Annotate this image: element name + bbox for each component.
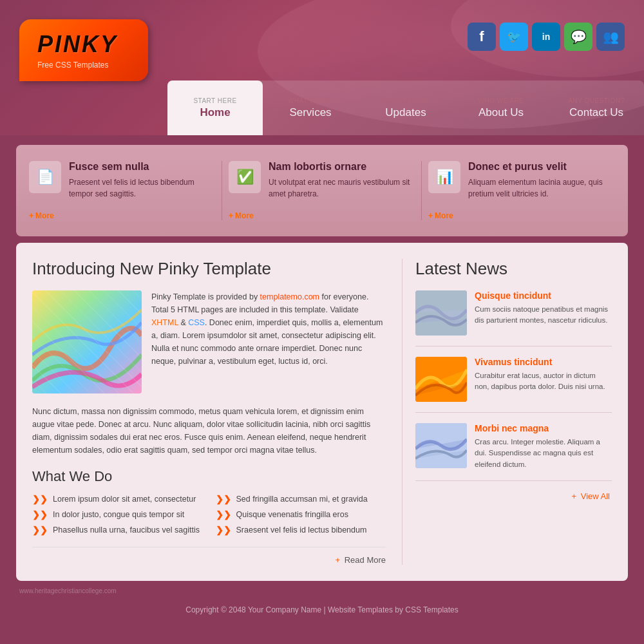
wwd-bullet-2: ❯❯ xyxy=(32,509,48,520)
wwd-item-6: ❯❯ Sraesent vel felis id lectus bibendum xyxy=(216,525,386,535)
view-all-bar[interactable]: + View All xyxy=(415,491,612,501)
header: PINKY Free CSS Templates f 🐦 in 💬 👥 STAR… xyxy=(0,0,644,135)
what-we-do-list: ❯❯ Lorem ipsum dolor sit amet, consectet… xyxy=(32,494,386,535)
footer: Copyright © 2048 Your Company Name | Web… xyxy=(0,598,644,622)
logo-box: PINKY Free CSS Templates xyxy=(19,19,148,81)
feature-3-header: 📊 Donec et purus velit Aliquam elementum… xyxy=(428,161,615,200)
wwd-text-3: Phasellus nulla urna, faucibus vel sagit… xyxy=(53,526,200,535)
news-2-title[interactable]: Vivamus tincidunt xyxy=(475,357,612,367)
main-content: Introducing New Pinky Template xyxy=(16,243,628,581)
news-thumb-3 xyxy=(415,423,467,468)
nav-super-home: START HERE xyxy=(193,97,236,104)
news-2-desc: Curabitur erat lacus, auctor in dictum n… xyxy=(475,370,612,393)
feature-item-3: 📊 Donec et purus velit Aliquam elementum… xyxy=(428,161,615,220)
news-1-title[interactable]: Quisque tincidunt xyxy=(475,290,612,301)
wwd-text-4: Sed fringilla accumsan mi, et gravida xyxy=(236,495,368,504)
feature-2-header: ✅ Nam lobortis ornare Ut volutpat erat n… xyxy=(229,161,415,200)
twitter-icon[interactable]: 🐦 xyxy=(500,23,528,51)
right-column: Latest News Quisque tincidunt Cum sociis… xyxy=(402,259,612,565)
nav-label-updates: Updates xyxy=(385,106,426,119)
wwd-item-1: ❯❯ Lorem ipsum dolor sit amet, consectet… xyxy=(32,494,203,504)
read-more-bar[interactable]: + Read More xyxy=(32,547,386,565)
wwd-bullet-1: ❯❯ xyxy=(32,494,48,504)
wwd-item-2: ❯❯ In dolor justo, congue quis tempor si… xyxy=(32,509,203,520)
nav-super-about: WHO WE ARE xyxy=(478,97,524,104)
nav-item-updates[interactable]: LATEST NEWS Updates xyxy=(358,80,453,135)
news-3-title[interactable]: Morbi nec magna xyxy=(475,423,612,433)
intro-image xyxy=(32,290,142,393)
social-bar: f 🐦 in 💬 👥 xyxy=(468,23,625,51)
feature-item-1: 📄 Fusce sem nulla Praesent vel felis id … xyxy=(29,161,216,220)
navigation: START HERE Home WHAT WE DO Services LATE… xyxy=(167,80,644,135)
feature-2-title: Nam lobortis ornare xyxy=(269,161,415,173)
news-3-info: Morbi nec magna Cras arcu. Integer moles… xyxy=(475,423,612,470)
news-1-info: Quisque tincidunt Cum sociis natoque pen… xyxy=(475,290,612,336)
xhtml-link[interactable]: XHTML xyxy=(151,318,178,327)
people-icon[interactable]: 👥 xyxy=(596,23,625,51)
news-section-title: Latest News xyxy=(415,259,612,279)
view-all-plus: + xyxy=(571,491,576,501)
css-link[interactable]: CSS xyxy=(188,318,205,327)
news-2-info: Vivamus tincidunt Curabitur erat lacus, … xyxy=(475,357,612,402)
wwd-text-5: Quisque venenatis fringilla eros xyxy=(236,510,348,519)
feature-1-title: Fusce sem nulla xyxy=(69,161,216,173)
svg-rect-2 xyxy=(32,290,142,393)
wwd-item-3: ❯❯ Phasellus nulla urna, faucibus vel sa… xyxy=(32,525,203,535)
nav-super-contact: ANY QUESTION? xyxy=(568,97,624,104)
templatemo-link[interactable]: templatemo.com xyxy=(260,292,319,301)
news-1-desc: Cum sociis natoque penatibus et magnis d… xyxy=(475,304,612,327)
nav-label-home: Home xyxy=(200,106,230,119)
message-icon[interactable]: 💬 xyxy=(564,23,592,51)
intro-section-title: Introducing New Pinky Template xyxy=(32,259,386,279)
news-item-3: Morbi nec magna Cras arcu. Integer moles… xyxy=(415,423,612,481)
wwd-bullet-6: ❯❯ xyxy=(216,525,231,535)
feature-2-desc: Ut volutpat erat nec mauris vestibulum s… xyxy=(269,176,415,200)
feature-3-title: Donec et purus velit xyxy=(468,161,615,173)
feature-3-more[interactable]: +More xyxy=(428,211,455,220)
feature-1-desc: Praesent vel felis id lectus bibendum te… xyxy=(69,176,216,200)
features-bar: 📄 Fusce sem nulla Praesent vel felis id … xyxy=(16,145,628,236)
facebook-icon[interactable]: f xyxy=(468,23,496,51)
wwd-bullet-5: ❯❯ xyxy=(216,509,231,520)
footer-copyright: Copyright © 2048 Your Company Name | Web… xyxy=(185,605,459,614)
brand-tagline: Free CSS Templates xyxy=(37,61,130,70)
news-thumb-2 xyxy=(415,357,467,402)
what-we-do-title: What We Do xyxy=(32,468,386,485)
wwd-text-2: In dolor justo, congue quis tempor sit xyxy=(53,510,184,519)
news-item-2: Vivamus tincidunt Curabitur erat lacus, … xyxy=(415,357,612,413)
watermark: www.heritagechristiancollege.com xyxy=(0,587,644,594)
wwd-text-1: Lorem ipsum dolor sit amet, consectetur xyxy=(53,495,196,504)
feature-3-icon: 📊 xyxy=(428,161,460,193)
intro-content: Pinky Template is provided by templatemo… xyxy=(32,290,386,393)
feature-1-icon: 📄 xyxy=(29,161,61,193)
nav-super-updates: LATEST NEWS xyxy=(381,97,430,104)
nav-item-home[interactable]: START HERE Home xyxy=(167,80,263,135)
view-all-label: View All xyxy=(581,491,610,501)
nav-super-services: WHAT WE DO xyxy=(288,97,333,104)
nav-label-services: Services xyxy=(289,106,331,119)
brand-name: PINKY xyxy=(37,31,130,58)
news-3-desc: Cras arcu. Integer molestie. Aliquam a d… xyxy=(475,437,612,470)
feature-1-more[interactable]: +More xyxy=(29,211,56,220)
wwd-item-4: ❯❯ Sed fringilla accumsan mi, et gravida xyxy=(216,494,386,504)
nav-item-services[interactable]: WHAT WE DO Services xyxy=(263,80,358,135)
left-column: Introducing New Pinky Template xyxy=(32,259,386,565)
intro-text-block: Pinky Template is provided by templatemo… xyxy=(151,290,386,393)
feature-3-desc: Aliquam elementum lacinia augue, quis pr… xyxy=(468,176,615,200)
feature-item-2: ✅ Nam lobortis ornare Ut volutpat erat n… xyxy=(229,161,415,220)
feature-1-header: 📄 Fusce sem nulla Praesent vel felis id … xyxy=(29,161,216,200)
nav-item-about[interactable]: WHO WE ARE About Us xyxy=(453,80,549,135)
linkedin-icon[interactable]: in xyxy=(532,23,560,51)
intro-full-text: Nunc dictum, massa non dignissim commodo… xyxy=(32,405,386,457)
wwd-text-6: Sraesent vel felis id lectus bibendum xyxy=(236,526,367,535)
nav-item-contact[interactable]: ANY QUESTION? Contact Us xyxy=(549,80,644,135)
wwd-bullet-3: ❯❯ xyxy=(32,525,48,535)
feature-2-more[interactable]: +More xyxy=(229,211,256,220)
wwd-item-5: ❯❯ Quisque venenatis fringilla eros xyxy=(216,509,386,520)
wwd-bullet-4: ❯❯ xyxy=(216,494,231,504)
nav-label-about: About Us xyxy=(478,106,524,119)
nav-label-contact: Contact Us xyxy=(569,106,623,119)
feature-2-icon: ✅ xyxy=(229,161,261,193)
news-item-1: Quisque tincidunt Cum sociis natoque pen… xyxy=(415,290,612,346)
news-thumb-1 xyxy=(415,290,467,336)
